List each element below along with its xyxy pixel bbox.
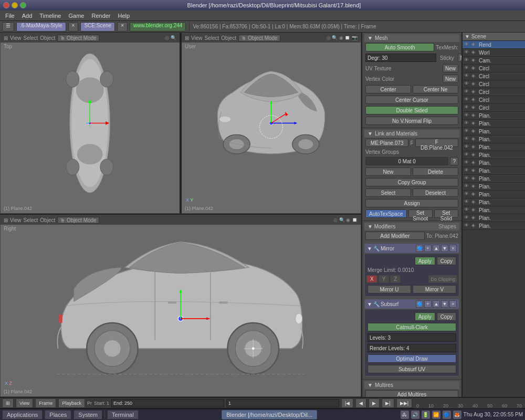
set-smoot-btn[interactable]: Set Smoot	[408, 209, 433, 218]
obj-eye-icon[interactable]: 👁	[464, 152, 470, 158]
timeline-current-input[interactable]	[226, 399, 339, 407]
modifiers-header[interactable]: ▼ Modifiers Shapes	[364, 223, 459, 230]
mirror-close-btn[interactable]: ×	[449, 245, 457, 252]
style-selector[interactable]: .6-MaxMaya-Style	[16, 22, 66, 32]
obj-eye-icon[interactable]: 👁	[464, 191, 470, 197]
obj-eye-icon[interactable]: 👁	[464, 183, 470, 190]
obj-list-item-1[interactable]: 👁 ◈ Worl	[463, 49, 525, 57]
timeline-icon[interactable]: ⊞	[2, 398, 14, 408]
subsurf-btn2[interactable]: +	[424, 300, 432, 308]
vp-select-btn[interactable]: Select	[24, 35, 38, 41]
close-button[interactable]	[3, 2, 9, 8]
obj-eye-icon[interactable]: 👁	[464, 49, 470, 56]
obj-eye-icon[interactable]: 👁	[464, 128, 470, 134]
menu-timeline[interactable]: Timeline	[36, 12, 64, 19]
mirror-v-btn[interactable]: Mirror V	[413, 285, 456, 293]
deg-input[interactable]	[365, 54, 436, 62]
viewport-top-right[interactable]: ⊞ View Select Object 🖱 Object Mode ◎ 🔍 ◉…	[181, 33, 361, 214]
vp-view-btn3[interactable]: View	[10, 217, 22, 223]
obj-list-item-23[interactable]: 👁 ◈ Plan.	[463, 222, 525, 230]
obj-list-item-21[interactable]: 👁 ◈ Plan.	[463, 206, 525, 214]
mirror-btn1[interactable]: 🔷	[416, 245, 423, 252]
deselect-btn[interactable]: Deselect	[413, 188, 458, 197]
obj-eye-icon[interactable]: 👁	[464, 160, 470, 166]
menu-add[interactable]: Add	[19, 12, 36, 19]
sticky-btn[interactable]: Make	[458, 54, 462, 62]
obj-eye-icon[interactable]: 👁	[464, 136, 470, 142]
url-display[interactable]: www.blender.org.244	[130, 22, 186, 32]
close-style[interactable]: ×	[68, 22, 79, 32]
obj-eye-icon[interactable]: 👁	[464, 199, 470, 205]
timeline-skip-end-btn[interactable]: ▶▶|	[396, 398, 412, 408]
mirror-apply-btn[interactable]: Apply	[415, 257, 435, 265]
obj-list-item-3[interactable]: 👁 ◈ Circl	[463, 65, 525, 72]
add-modifier-btn[interactable]: Add Modifier	[365, 232, 425, 240]
mirror-u-btn[interactable]: Mirror U	[368, 285, 411, 293]
mirror-copy-btn[interactable]: Copy	[437, 257, 456, 265]
add-multires-btn[interactable]: Add Multires	[365, 390, 458, 397]
vc-new-btn[interactable]: New	[443, 75, 458, 83]
obj-eye-icon[interactable]: 👁	[464, 120, 470, 127]
maximize-button[interactable]	[20, 2, 26, 8]
obj-eye-icon[interactable]: 👁	[464, 73, 470, 79]
obj-list-item-5[interactable]: 👁 ◈ Circl	[463, 80, 525, 88]
center-cursor-btn[interactable]: Center Cursor	[365, 96, 458, 104]
obj-list-item-16[interactable]: 👁 ◈ Plan.	[463, 167, 525, 175]
minimize-button[interactable]	[12, 2, 18, 8]
set-solid-btn[interactable]: Set Solid	[434, 209, 458, 218]
system-menu[interactable]: System	[74, 410, 102, 419]
obj-list-item-18[interactable]: 👁 ◈ Plan.	[463, 183, 525, 191]
obj-list-item-6[interactable]: 👁 ◈ Circl	[463, 88, 525, 96]
db-plane-btn[interactable]: F DB:Plane.042	[415, 139, 458, 147]
obj-eye-icon[interactable]: 👁	[464, 89, 470, 95]
obj-list-item-13[interactable]: 👁 ◈ Plan.	[463, 143, 525, 151]
timeline-playback-btn[interactable]: Playback	[58, 398, 85, 408]
autotex-btn[interactable]: AutoTexSpace	[365, 209, 407, 218]
menu-help[interactable]: Help	[115, 12, 133, 19]
subsurf-copy-btn[interactable]: Copy	[437, 312, 456, 321]
obj-eye-icon[interactable]: 👁	[464, 215, 470, 221]
terminal-btn[interactable]: Terminal	[107, 410, 139, 419]
places-menu[interactable]: Places	[45, 410, 71, 419]
mirror-btn3[interactable]: ▲	[433, 245, 440, 252]
subsurf-uv-btn[interactable]: Subsurf UV	[368, 365, 456, 373]
timeline-next-btn[interactable]: ▶|	[382, 398, 394, 408]
levels-input[interactable]	[368, 333, 456, 342]
timeline-ruler[interactable]: 0102030405060708090100110120130140150160…	[414, 398, 523, 408]
obj-list-item-14[interactable]: 👁 ◈ Plan.	[463, 151, 525, 159]
obj-list-item-0[interactable]: 👁 ◈ Rend	[463, 41, 525, 49]
menu-render[interactable]: Render	[88, 12, 113, 19]
menu-game[interactable]: Game	[65, 12, 87, 19]
timeline-play-btn[interactable]: ▶	[369, 398, 380, 408]
vp-view-btn[interactable]: View	[10, 35, 22, 41]
obj-list-item-22[interactable]: 👁 ◈ Plan.	[463, 214, 525, 222]
subsurf-btn3[interactable]: ▲	[433, 300, 440, 308]
obj-eye-icon[interactable]: 👁	[464, 41, 470, 48]
subsurf-btn4[interactable]: ▼	[441, 300, 448, 308]
x-btn[interactable]: X	[366, 275, 377, 283]
obj-eye-icon[interactable]: 👁	[464, 207, 470, 213]
mesh-header[interactable]: ▼ Mesh	[364, 34, 459, 42]
vp-select-btn2[interactable]: Select	[205, 35, 219, 41]
obj-eye-icon[interactable]: 👁	[464, 175, 470, 182]
obj-eye-icon[interactable]: 👁	[464, 104, 470, 111]
obj-list-item-17[interactable]: 👁 ◈ Plan.	[463, 175, 525, 183]
double-sided-btn[interactable]: Double Sided	[365, 106, 458, 114]
center-btn[interactable]: Center	[365, 85, 411, 93]
obj-eye-icon[interactable]: 👁	[464, 167, 470, 174]
obj-eye-icon[interactable]: 👁	[464, 97, 470, 103]
viewport-bottom[interactable]: ⊞ View Select Object 🖱 Object Mode ◎ 🔍 ◉…	[0, 215, 361, 397]
subsurf-close-btn[interactable]: ×	[449, 300, 457, 308]
timeline-end-input[interactable]	[111, 399, 224, 407]
menu-file[interactable]: File	[2, 12, 18, 19]
mirror-btn4[interactable]: ▼	[441, 245, 448, 252]
obj-eye-icon[interactable]: 👁	[464, 65, 470, 71]
obj-list-item-4[interactable]: 👁 ◈ Circl	[463, 72, 525, 80]
obj-list-item-15[interactable]: 👁 ◈ Plan.	[463, 159, 525, 167]
obj-list-item-7[interactable]: 👁 ◈ Circl	[463, 96, 525, 104]
auto-smooth-btn[interactable]: Auto Smooth	[365, 43, 434, 51]
vp-view-btn2[interactable]: View	[191, 35, 203, 41]
obj-list-item-19[interactable]: 👁 ◈ Plan.	[463, 191, 525, 198]
obj-eye-icon[interactable]: 👁	[464, 57, 470, 64]
obj-eye-icon[interactable]: 👁	[464, 144, 470, 150]
